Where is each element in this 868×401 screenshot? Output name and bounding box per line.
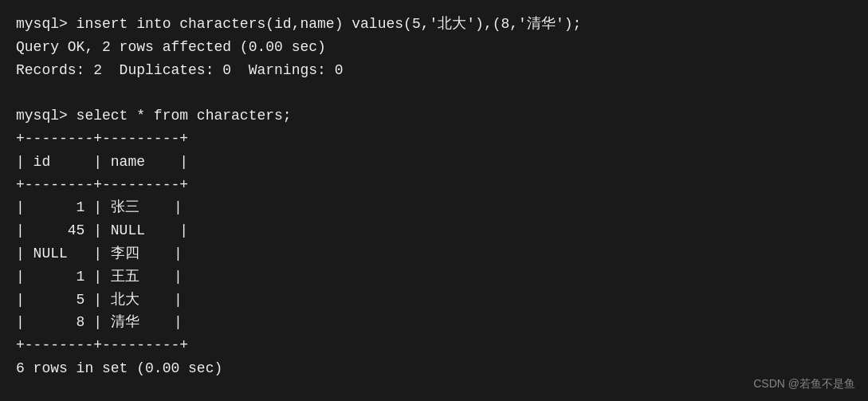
terminal-line-row2: | 45 | NULL |	[16, 219, 852, 242]
terminal-line-cmd1: mysql> insert into characters(id,name) v…	[16, 13, 852, 36]
terminal-line-border3: +--------+---------+	[16, 334, 852, 357]
terminal-line-row6: | 8 | 清华 |	[16, 311, 852, 334]
terminal-line-result1: Query OK, 2 rows affected (0.00 sec)	[16, 36, 852, 59]
terminal-line-header: | id | name |	[16, 151, 852, 174]
terminal-line-border1: +--------+---------+	[16, 128, 852, 151]
terminal-line-row1: | 1 | 张三 |	[16, 196, 852, 219]
terminal-line-border2: +--------+---------+	[16, 174, 852, 197]
watermark: CSDN @若鱼不是鱼	[753, 377, 855, 391]
terminal-line-row4: | 1 | 王五 |	[16, 265, 852, 289]
terminal-line-row5: | 5 | 北大 |	[16, 289, 852, 312]
terminal-window: mysql> insert into characters(id,name) v…	[0, 0, 868, 401]
terminal-line-summary: 6 rows in set (0.00 sec)	[16, 357, 852, 380]
empty-line	[16, 81, 852, 104]
terminal-line-result2: Records: 2 Duplicates: 0 Warnings: 0	[16, 59, 852, 82]
terminal-line-cmd2: mysql> select * from characters;	[16, 104, 852, 128]
terminal-line-row3: | NULL | 李四 |	[16, 242, 852, 265]
